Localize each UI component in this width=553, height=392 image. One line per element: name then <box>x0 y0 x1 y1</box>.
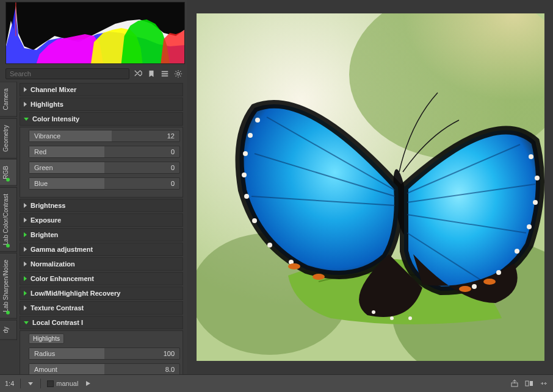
expand-icon[interactable] <box>540 379 548 388</box>
chevron-right-icon <box>24 247 27 252</box>
active-dot-icon <box>7 178 10 182</box>
svg-point-20 <box>533 200 538 205</box>
slider-value: 0 <box>166 164 179 171</box>
search-toolbar <box>0 66 187 82</box>
vtab-lab-color-contrast[interactable]: Lab Color/Contrast <box>0 187 17 252</box>
svg-rect-3 <box>162 76 168 77</box>
vtab-label: Lab Color/Contrast <box>2 194 9 245</box>
play-icon[interactable] <box>84 380 92 387</box>
preview-viewport[interactable] <box>187 0 553 374</box>
svg-point-23 <box>496 270 501 275</box>
svg-point-19 <box>535 176 540 180</box>
svg-point-26 <box>390 316 394 320</box>
vtab-geometry[interactable]: Geometry <box>0 118 17 159</box>
svg-point-27 <box>408 316 412 320</box>
chevron-right-icon <box>24 305 27 310</box>
section-texture-contrast[interactable]: Texture Contrast <box>20 301 183 315</box>
section-channel-mixer[interactable]: Channel Mixer <box>20 83 183 96</box>
slider-value: 0 <box>166 148 179 155</box>
section-exposure[interactable]: Exposure <box>20 213 183 227</box>
slider-label: Vibrance <box>29 132 72 140</box>
slider-radius[interactable]: Radius 100 <box>29 347 180 360</box>
clear-search-icon[interactable] <box>133 69 143 79</box>
slider-label: Amount <box>29 366 72 373</box>
vtab-rgb[interactable]: RGB <box>0 159 17 186</box>
svg-point-22 <box>515 249 519 254</box>
section-title: Highlights <box>31 101 63 108</box>
slider-value: 8.0 <box>161 366 179 373</box>
slider-value: 0 <box>166 180 179 187</box>
section-normalization[interactable]: Normalization <box>20 257 183 271</box>
vtab-lab-sharpen-noise[interactable]: Lab Sharpen/Noise <box>0 253 17 319</box>
zoom-down-icon[interactable] <box>27 380 34 387</box>
section-title: Exposure <box>31 216 61 224</box>
svg-point-15 <box>252 218 257 223</box>
vtab-more[interactable]: dy <box>0 320 17 340</box>
section-brighten[interactable]: Brighten <box>20 228 183 241</box>
chevron-right-icon <box>24 102 27 107</box>
svg-point-12 <box>243 151 248 156</box>
search-input[interactable] <box>5 68 129 79</box>
section-title: Channel Mixer <box>31 86 76 93</box>
export-icon[interactable] <box>510 379 519 388</box>
bookmark-icon[interactable] <box>146 69 156 79</box>
section-gamma[interactable]: Gamma adjustment <box>20 243 183 256</box>
svg-point-21 <box>527 224 532 229</box>
chevron-right-icon <box>24 203 27 208</box>
vtab-camera[interactable]: Camera <box>0 82 17 117</box>
section-title: Texture Contrast <box>31 304 84 312</box>
gear-icon[interactable] <box>173 69 183 79</box>
svg-point-28 <box>288 263 300 269</box>
chevron-right-icon <box>24 262 27 266</box>
checkbox-icon <box>47 380 54 387</box>
slider-amount[interactable]: Amount 8.0 <box>29 363 180 374</box>
slider-vibrance[interactable]: Vibrance 12 <box>29 130 180 142</box>
slider-label: Red <box>29 148 72 155</box>
svg-rect-34 <box>530 381 533 386</box>
svg-point-13 <box>242 173 247 177</box>
slider-green[interactable]: Green 0 <box>29 162 180 174</box>
chevron-right-icon <box>24 232 27 237</box>
slider-value: 100 <box>159 350 179 357</box>
slider-label: Green <box>29 164 72 171</box>
section-title: Brightness <box>31 202 65 209</box>
active-dot-icon <box>7 244 10 248</box>
chevron-right-icon <box>24 291 27 296</box>
vtab-label: Lab Sharpen/Noise <box>2 260 9 312</box>
slider-red[interactable]: Red 0 <box>29 146 180 158</box>
histogram[interactable] <box>5 2 185 64</box>
section-title: Normalization <box>31 260 75 268</box>
svg-point-11 <box>248 133 253 138</box>
compare-icon[interactable] <box>525 379 533 388</box>
manual-checkbox[interactable]: manual <box>47 380 78 387</box>
chevron-down-icon <box>24 118 29 121</box>
svg-point-29 <box>313 274 325 280</box>
controls-panel[interactable]: Channel Mixer Highlights Color Intensity… <box>17 82 187 374</box>
slider-blue[interactable]: Blue 0 <box>29 177 180 190</box>
svg-point-10 <box>255 118 260 123</box>
svg-point-24 <box>472 284 477 289</box>
zoom-level[interactable]: 1:4 <box>5 380 14 387</box>
section-title: Gamma adjustment <box>31 246 93 253</box>
section-color-intensity[interactable]: Color Intensity <box>20 112 183 126</box>
manual-label: manual <box>56 380 78 387</box>
slider-value: 12 <box>162 132 179 140</box>
highlights-chip[interactable]: Highlights <box>29 333 64 344</box>
svg-point-25 <box>372 310 375 314</box>
svg-point-30 <box>459 286 471 292</box>
section-title: Color Enhancement <box>31 275 94 282</box>
chevron-right-icon <box>24 276 27 281</box>
chevron-right-icon <box>24 218 27 223</box>
image-canvas <box>197 13 544 361</box>
section-local-contrast[interactable]: Local Contrast I <box>20 316 183 329</box>
section-lmh-recovery[interactable]: Low/Mid/Highlight Recovery <box>20 287 183 300</box>
section-brightness[interactable]: Brightness <box>20 199 183 212</box>
chevron-right-icon <box>24 87 27 92</box>
slider-label: Radius <box>29 350 72 357</box>
svg-rect-33 <box>526 381 529 386</box>
section-highlights[interactable]: Highlights <box>20 98 183 111</box>
section-color-enhancement[interactable]: Color Enhancement <box>20 272 183 285</box>
menu-icon[interactable] <box>160 69 170 79</box>
section-title: Local Contrast I <box>32 319 83 326</box>
svg-point-14 <box>244 194 249 199</box>
